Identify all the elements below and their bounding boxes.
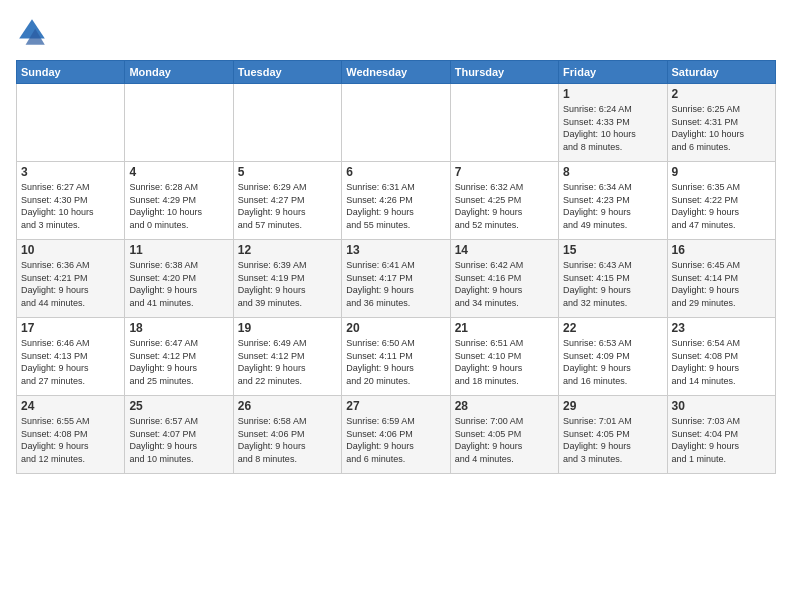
calendar-week-row: 17Sunrise: 6:46 AM Sunset: 4:13 PM Dayli… <box>17 318 776 396</box>
day-number: 4 <box>129 165 228 179</box>
day-number: 24 <box>21 399 120 413</box>
logo <box>16 16 52 48</box>
calendar-cell: 19Sunrise: 6:49 AM Sunset: 4:12 PM Dayli… <box>233 318 341 396</box>
day-info: Sunrise: 6:55 AM Sunset: 4:08 PM Dayligh… <box>21 415 120 465</box>
day-number: 19 <box>238 321 337 335</box>
day-info: Sunrise: 6:39 AM Sunset: 4:19 PM Dayligh… <box>238 259 337 309</box>
day-info: Sunrise: 6:29 AM Sunset: 4:27 PM Dayligh… <box>238 181 337 231</box>
calendar-cell: 30Sunrise: 7:03 AM Sunset: 4:04 PM Dayli… <box>667 396 775 474</box>
calendar-cell: 3Sunrise: 6:27 AM Sunset: 4:30 PM Daylig… <box>17 162 125 240</box>
calendar-cell: 22Sunrise: 6:53 AM Sunset: 4:09 PM Dayli… <box>559 318 667 396</box>
calendar-cell: 25Sunrise: 6:57 AM Sunset: 4:07 PM Dayli… <box>125 396 233 474</box>
calendar-cell: 14Sunrise: 6:42 AM Sunset: 4:16 PM Dayli… <box>450 240 558 318</box>
day-info: Sunrise: 6:54 AM Sunset: 4:08 PM Dayligh… <box>672 337 771 387</box>
day-info: Sunrise: 6:36 AM Sunset: 4:21 PM Dayligh… <box>21 259 120 309</box>
day-info: Sunrise: 6:50 AM Sunset: 4:11 PM Dayligh… <box>346 337 445 387</box>
day-info: Sunrise: 6:31 AM Sunset: 4:26 PM Dayligh… <box>346 181 445 231</box>
day-info: Sunrise: 6:53 AM Sunset: 4:09 PM Dayligh… <box>563 337 662 387</box>
day-header: Monday <box>125 61 233 84</box>
day-number: 30 <box>672 399 771 413</box>
day-info: Sunrise: 6:25 AM Sunset: 4:31 PM Dayligh… <box>672 103 771 153</box>
calendar-cell: 18Sunrise: 6:47 AM Sunset: 4:12 PM Dayli… <box>125 318 233 396</box>
calendar-cell: 16Sunrise: 6:45 AM Sunset: 4:14 PM Dayli… <box>667 240 775 318</box>
calendar-cell: 28Sunrise: 7:00 AM Sunset: 4:05 PM Dayli… <box>450 396 558 474</box>
day-info: Sunrise: 7:01 AM Sunset: 4:05 PM Dayligh… <box>563 415 662 465</box>
calendar-table: SundayMondayTuesdayWednesdayThursdayFrid… <box>16 60 776 474</box>
calendar-cell <box>233 84 341 162</box>
day-number: 27 <box>346 399 445 413</box>
day-number: 2 <box>672 87 771 101</box>
calendar-cell: 4Sunrise: 6:28 AM Sunset: 4:29 PM Daylig… <box>125 162 233 240</box>
day-info: Sunrise: 6:58 AM Sunset: 4:06 PM Dayligh… <box>238 415 337 465</box>
day-number: 9 <box>672 165 771 179</box>
day-info: Sunrise: 7:00 AM Sunset: 4:05 PM Dayligh… <box>455 415 554 465</box>
calendar-cell <box>125 84 233 162</box>
day-number: 15 <box>563 243 662 257</box>
calendar-cell: 1Sunrise: 6:24 AM Sunset: 4:33 PM Daylig… <box>559 84 667 162</box>
calendar-week-row: 24Sunrise: 6:55 AM Sunset: 4:08 PM Dayli… <box>17 396 776 474</box>
calendar-cell: 27Sunrise: 6:59 AM Sunset: 4:06 PM Dayli… <box>342 396 450 474</box>
calendar-cell <box>342 84 450 162</box>
day-header: Sunday <box>17 61 125 84</box>
day-info: Sunrise: 6:45 AM Sunset: 4:14 PM Dayligh… <box>672 259 771 309</box>
calendar-cell: 12Sunrise: 6:39 AM Sunset: 4:19 PM Dayli… <box>233 240 341 318</box>
day-info: Sunrise: 6:51 AM Sunset: 4:10 PM Dayligh… <box>455 337 554 387</box>
day-number: 11 <box>129 243 228 257</box>
calendar-cell: 17Sunrise: 6:46 AM Sunset: 4:13 PM Dayli… <box>17 318 125 396</box>
calendar-cell: 2Sunrise: 6:25 AM Sunset: 4:31 PM Daylig… <box>667 84 775 162</box>
calendar-cell <box>450 84 558 162</box>
day-number: 29 <box>563 399 662 413</box>
day-number: 18 <box>129 321 228 335</box>
day-header: Saturday <box>667 61 775 84</box>
calendar-cell: 5Sunrise: 6:29 AM Sunset: 4:27 PM Daylig… <box>233 162 341 240</box>
page-header <box>16 16 776 48</box>
calendar-week-row: 10Sunrise: 6:36 AM Sunset: 4:21 PM Dayli… <box>17 240 776 318</box>
calendar-cell: 10Sunrise: 6:36 AM Sunset: 4:21 PM Dayli… <box>17 240 125 318</box>
day-number: 28 <box>455 399 554 413</box>
day-number: 5 <box>238 165 337 179</box>
day-number: 14 <box>455 243 554 257</box>
day-info: Sunrise: 6:38 AM Sunset: 4:20 PM Dayligh… <box>129 259 228 309</box>
day-info: Sunrise: 6:59 AM Sunset: 4:06 PM Dayligh… <box>346 415 445 465</box>
logo-icon <box>16 16 48 48</box>
day-number: 1 <box>563 87 662 101</box>
day-number: 26 <box>238 399 337 413</box>
day-number: 25 <box>129 399 228 413</box>
calendar-cell: 13Sunrise: 6:41 AM Sunset: 4:17 PM Dayli… <box>342 240 450 318</box>
day-header: Thursday <box>450 61 558 84</box>
day-number: 7 <box>455 165 554 179</box>
calendar-cell: 24Sunrise: 6:55 AM Sunset: 4:08 PM Dayli… <box>17 396 125 474</box>
day-number: 20 <box>346 321 445 335</box>
day-header: Friday <box>559 61 667 84</box>
day-number: 23 <box>672 321 771 335</box>
day-number: 16 <box>672 243 771 257</box>
day-info: Sunrise: 6:46 AM Sunset: 4:13 PM Dayligh… <box>21 337 120 387</box>
day-info: Sunrise: 6:47 AM Sunset: 4:12 PM Dayligh… <box>129 337 228 387</box>
day-info: Sunrise: 6:34 AM Sunset: 4:23 PM Dayligh… <box>563 181 662 231</box>
calendar-cell: 29Sunrise: 7:01 AM Sunset: 4:05 PM Dayli… <box>559 396 667 474</box>
day-number: 12 <box>238 243 337 257</box>
day-info: Sunrise: 6:49 AM Sunset: 4:12 PM Dayligh… <box>238 337 337 387</box>
day-info: Sunrise: 6:43 AM Sunset: 4:15 PM Dayligh… <box>563 259 662 309</box>
day-number: 22 <box>563 321 662 335</box>
day-info: Sunrise: 6:27 AM Sunset: 4:30 PM Dayligh… <box>21 181 120 231</box>
day-number: 13 <box>346 243 445 257</box>
day-info: Sunrise: 6:35 AM Sunset: 4:22 PM Dayligh… <box>672 181 771 231</box>
day-info: Sunrise: 6:41 AM Sunset: 4:17 PM Dayligh… <box>346 259 445 309</box>
day-header: Tuesday <box>233 61 341 84</box>
calendar-cell: 9Sunrise: 6:35 AM Sunset: 4:22 PM Daylig… <box>667 162 775 240</box>
calendar-cell: 8Sunrise: 6:34 AM Sunset: 4:23 PM Daylig… <box>559 162 667 240</box>
day-header: Wednesday <box>342 61 450 84</box>
day-info: Sunrise: 6:28 AM Sunset: 4:29 PM Dayligh… <box>129 181 228 231</box>
day-number: 3 <box>21 165 120 179</box>
calendar-week-row: 3Sunrise: 6:27 AM Sunset: 4:30 PM Daylig… <box>17 162 776 240</box>
day-number: 6 <box>346 165 445 179</box>
day-info: Sunrise: 6:24 AM Sunset: 4:33 PM Dayligh… <box>563 103 662 153</box>
calendar-cell: 21Sunrise: 6:51 AM Sunset: 4:10 PM Dayli… <box>450 318 558 396</box>
day-info: Sunrise: 6:42 AM Sunset: 4:16 PM Dayligh… <box>455 259 554 309</box>
day-number: 17 <box>21 321 120 335</box>
day-number: 8 <box>563 165 662 179</box>
calendar-cell: 11Sunrise: 6:38 AM Sunset: 4:20 PM Dayli… <box>125 240 233 318</box>
day-number: 21 <box>455 321 554 335</box>
calendar-cell: 15Sunrise: 6:43 AM Sunset: 4:15 PM Dayli… <box>559 240 667 318</box>
